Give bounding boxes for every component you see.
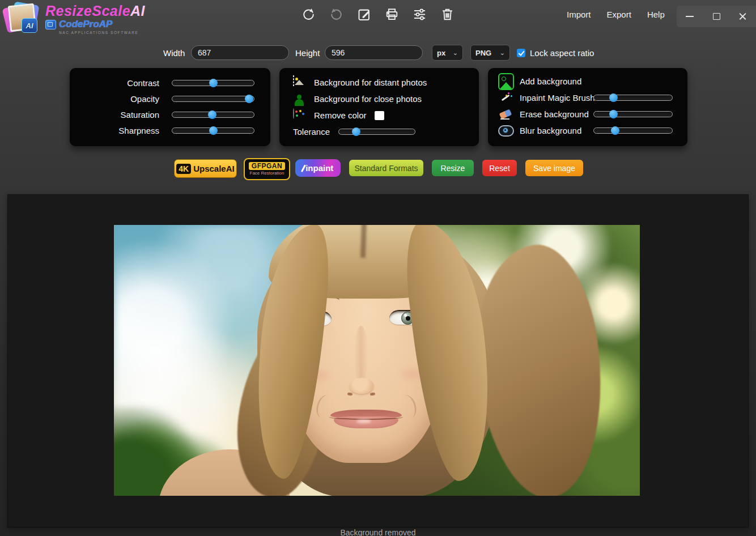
erase-background-slider[interactable] [593,111,673,117]
close-button[interactable] [729,6,756,27]
gfpgan-subtitle: Face Restoration [250,171,284,176]
contrast-slider-thumb[interactable] [209,79,218,87]
tolerance-label: Tolerance [293,127,338,137]
sharpness-slider[interactable] [172,127,254,134]
magic-wand-icon [498,90,514,106]
erase-background-row[interactable]: Erase background [488,106,687,122]
chevron-down-icon: ⌄ [453,49,458,57]
company-tagline: NAC APPLICATIONS SOFTWARE [45,31,145,35]
standard-formats-button[interactable]: Standard Formats [349,160,423,176]
brand-block: ResizeScaleAI CodeProAP NAC APPLICATIONS… [45,3,145,35]
opacity-slider[interactable] [172,96,254,102]
contrast-row: Contrast [70,75,270,91]
inpaint-brush-label: Inpaint Magic Brush [520,93,593,103]
chip-icon [45,20,56,29]
tools-panel: Add background Inpaint Magic Brush Erase… [488,68,687,146]
close-photos-row[interactable]: Background for close photos [279,91,479,107]
app-title: ResizeScaleAI [45,3,145,18]
undo-icon[interactable] [329,7,344,22]
lock-aspect-checkbox[interactable] [517,49,525,57]
saturation-slider[interactable] [172,112,254,118]
add-background-row[interactable]: Add background [488,73,687,90]
background-panel: Background for distant photos Background… [279,68,479,146]
tolerance-slider-thumb[interactable] [352,127,360,136]
erase-background-slider-thumb[interactable] [609,110,618,118]
adjustments-icon[interactable] [412,7,427,22]
palette-icon [293,109,307,122]
opacity-row: Opacity [70,91,270,107]
print-icon[interactable] [384,7,400,22]
opacity-label: Opacity [70,94,159,104]
tolerance-slider[interactable] [338,129,415,135]
close-photo-icon [293,92,307,106]
save-image-button[interactable]: Save image [525,160,583,176]
gfpgan-button[interactable]: GFPGAN Face Restoration [244,158,290,180]
saturation-slider-thumb[interactable] [208,110,216,119]
app-title-ai: AI [130,3,145,19]
distant-photos-row[interactable]: Background for distant photos [279,74,479,91]
photo-mouth [329,410,403,429]
app-window: { "brand": { "logo_badge": "AI", "title_… [0,0,756,536]
blur-background-slider-thumb[interactable] [611,126,619,135]
toolbar [301,7,455,22]
height-label: Height [295,48,320,58]
format-select[interactable]: PNG ⌄ [470,45,510,61]
portrait-photo[interactable] [114,225,640,496]
width-input[interactable] [191,45,289,60]
height-input[interactable] [325,45,423,60]
distant-photos-label: Background for distant photos [314,78,427,87]
brush-slash-icon [301,164,306,172]
inpaint-brush-slider[interactable] [593,95,673,101]
menu-export[interactable]: Export [607,10,631,19]
photo-nose-bridge [354,326,368,385]
photo-nose-tip [349,378,374,394]
header-menu: Import Export Help [567,10,665,19]
company-name: CodeProAP [59,19,112,30]
editor-canvas[interactable] [7,194,749,528]
sharpness-label: Sharpness [70,126,159,135]
contrast-slider[interactable] [172,80,254,86]
menu-import[interactable]: Import [567,10,591,19]
inpaint-button[interactable]: inpaint [295,159,341,177]
width-label: Width [163,48,185,58]
distant-photo-icon [293,76,307,90]
maximize-button[interactable] [703,6,730,27]
erase-background-label: Erase background [520,109,593,119]
minimize-icon [686,16,694,17]
saturation-label: Saturation [70,110,159,120]
app-title-main: ResizeScale [45,3,130,19]
remove-color-row[interactable]: Remove color [279,107,479,124]
sharpness-slider-thumb[interactable] [209,126,218,135]
unit-select[interactable]: px ⌄ [432,45,463,61]
inpaint-brush-row[interactable]: Inpaint Magic Brush [488,90,687,106]
adjustments-panel: Contrast Opacity Saturation Sharpness [70,68,270,146]
add-background-icon [498,74,514,90]
blur-background-label: Blur background [520,126,593,135]
photo-right-catchlight [404,314,407,317]
eye-icon [498,123,514,139]
lock-aspect-label: Lock aspect ratio [530,48,594,58]
blur-background-slider[interactable] [593,127,673,134]
contrast-label: Contrast [70,78,159,88]
minimize-button[interactable] [677,6,703,27]
redo-icon[interactable] [301,7,316,22]
resize-button[interactable]: Resize [432,160,474,176]
opacity-slider-thumb[interactable] [245,95,253,103]
close-photos-label: Background for close photos [314,94,422,104]
reset-button[interactable]: Reset [482,160,517,176]
menu-help[interactable]: Help [647,10,665,19]
tolerance-row: Tolerance [279,124,479,140]
app-logo: AI [3,1,40,34]
maximize-icon [713,13,720,20]
saturation-row: Saturation [70,107,270,122]
status-text: Background removed [0,528,756,536]
format-selected-value: PNG [475,49,491,57]
eraser-icon [498,107,514,122]
blur-background-row[interactable]: Blur background [488,122,687,139]
upscale-4k-button[interactable]: 4K UpscaleAI [174,159,237,178]
edit-icon[interactable] [356,7,372,22]
sharpness-row: Sharpness [70,122,270,138]
delete-icon[interactable] [440,7,455,22]
inpaint-brush-slider-thumb[interactable] [609,93,618,102]
color-swatch[interactable] [375,111,384,120]
